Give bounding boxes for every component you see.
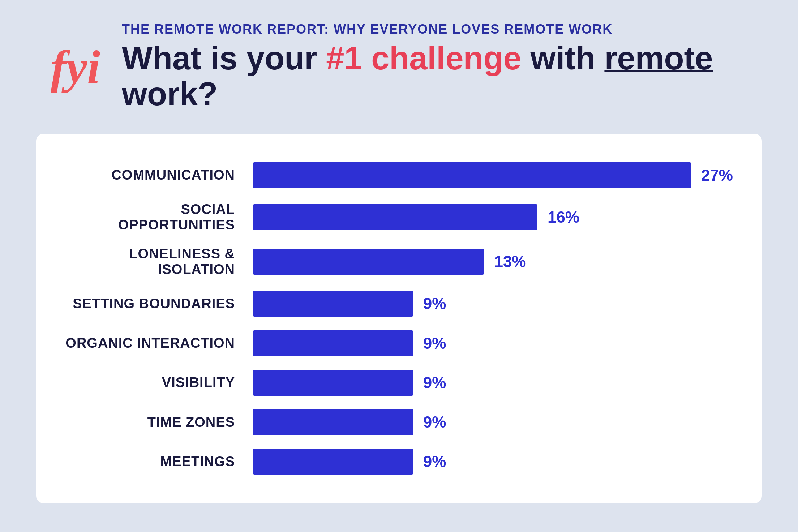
bar-percent: 9% [423,452,446,471]
bar-label: SETTING BOUNDARIES [65,296,253,312]
bar-track: 9% [253,330,733,356]
bar-label: TIME ZONES [65,415,253,430]
bar-percent: 9% [423,413,446,431]
bar-fill [253,162,691,188]
title-part1: What is your [122,40,326,76]
bar-track: 16% [253,204,733,230]
bar-label: SOCIAL OPPORTUNITIES [65,202,253,233]
bar-percent: 9% [423,295,446,313]
bar-label: COMMUNICATION [65,167,253,183]
bar-row: SETTING BOUNDARIES9% [65,291,733,317]
title-part3: work? [122,76,218,112]
bar-track: 9% [253,449,733,475]
title-part2: with [521,40,604,76]
bar-label: VISIBILITY [65,375,253,390]
header: fyi THE REMOTE WORK REPORT: WHY EVERYONE… [36,22,762,112]
bar-row: MEETINGS9% [65,449,733,475]
bar-percent: 9% [423,334,446,352]
bar-fill [253,330,413,356]
subtitle-plain: THE REMOTE WORK REPORT: [122,22,334,37]
bar-row: SOCIAL OPPORTUNITIES16% [65,202,733,233]
bar-track: 9% [253,291,733,317]
bar-row: ORGANIC INTERACTION9% [65,330,733,356]
title-highlight2: remote [604,40,713,76]
subtitle-bold: WHY EVERYONE LOVES REMOTE WORK [334,22,613,37]
bar-track: 9% [253,409,733,435]
bar-label: ORGANIC INTERACTION [65,335,253,351]
report-subtitle: THE REMOTE WORK REPORT: WHY EVERYONE LOV… [122,22,762,37]
bar-track: 27% [253,162,733,188]
bar-percent: 9% [423,374,446,392]
header-text: THE REMOTE WORK REPORT: WHY EVERYONE LOV… [122,22,762,112]
bar-label: LONELINESS & ISOLATION [65,246,253,277]
chart-container: COMMUNICATION27%SOCIAL OPPORTUNITIES16%L… [36,134,762,503]
bar-fill [253,249,484,275]
bar-row: LONELINESS & ISOLATION13% [65,246,733,277]
bar-percent: 27% [701,166,733,184]
title-highlight1: #1 challenge [326,40,521,76]
bar-fill [253,409,413,435]
bar-row: COMMUNICATION27% [65,162,733,188]
bar-percent: 13% [494,253,526,271]
main-title: What is your #1 challenge with remote wo… [122,40,762,112]
bar-track: 13% [253,249,733,275]
bar-fill [253,449,413,475]
bar-fill [253,204,537,230]
page-wrapper: fyi THE REMOTE WORK REPORT: WHY EVERYONE… [0,0,798,532]
bar-row: TIME ZONES9% [65,409,733,435]
bar-track: 9% [253,370,733,396]
logo: fyi [51,43,100,90]
bar-fill [253,291,413,317]
bar-fill [253,370,413,396]
bar-percent: 16% [548,208,579,226]
bar-row: VISIBILITY9% [65,370,733,396]
bar-label: MEETINGS [65,454,253,469]
